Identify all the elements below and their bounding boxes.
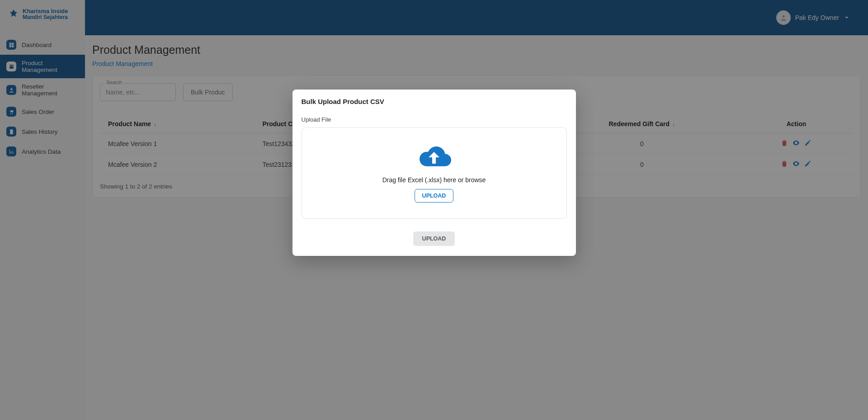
bulk-upload-modal: Bulk Upload Product CSV Upload File Drag… xyxy=(292,90,576,256)
browse-upload-button[interactable]: UPLOAD xyxy=(415,189,454,203)
file-dropzone[interactable]: Drag file Excel (.xlsx) here or browse U… xyxy=(302,127,567,219)
modal-title: Bulk Upload Product CSV xyxy=(302,98,567,105)
modal-footer: UPLOAD xyxy=(302,231,567,246)
upload-file-label: Upload File xyxy=(302,116,567,123)
modal-overlay[interactable]: Bulk Upload Product CSV Upload File Drag… xyxy=(0,0,868,420)
cloud-upload-icon xyxy=(415,144,453,171)
dropzone-text: Drag file Excel (.xlsx) here or browse xyxy=(382,176,486,184)
submit-upload-button[interactable]: UPLOAD xyxy=(413,231,455,246)
